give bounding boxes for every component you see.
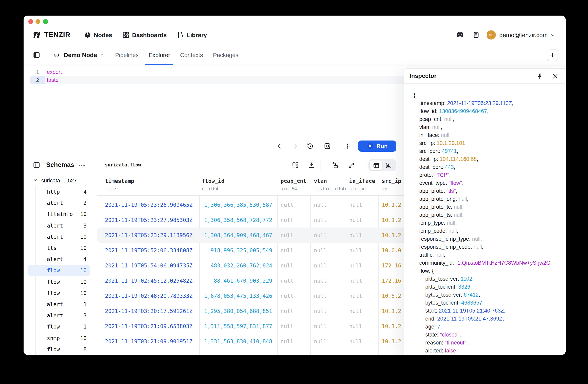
close-window-button[interactable] bbox=[28, 19, 33, 24]
column-header-pcap_cnt[interactable]: pcap_cnt bbox=[280, 178, 306, 184]
code-search-icon[interactable] bbox=[324, 143, 330, 149]
chevron-down-icon[interactable] bbox=[550, 33, 555, 37]
schema-item-flow[interactable]: flow1 bbox=[23, 321, 97, 332]
nav-label: Library bbox=[187, 32, 207, 38]
cell: null bbox=[280, 303, 294, 319]
discord-icon bbox=[457, 32, 464, 38]
json-line: src_port: 49741, bbox=[404, 147, 566, 155]
screen: TENZIR Nodes Dashboards Library DE bbox=[0, 0, 588, 384]
schema-item-alert[interactable]: alert4 bbox=[23, 254, 97, 265]
tab-label: Contexts bbox=[180, 52, 203, 58]
history-icon[interactable] bbox=[307, 143, 313, 149]
cell: null bbox=[280, 228, 294, 243]
json-line: reason: "timeout", bbox=[404, 339, 566, 347]
cell: 1,311,558,597,831,877 bbox=[189, 319, 272, 334]
chevron-down-icon bbox=[100, 53, 104, 57]
expand-icon[interactable] bbox=[348, 162, 355, 169]
tab-contexts[interactable]: Contexts bbox=[180, 45, 203, 65]
sidebar-toggle-icon[interactable] bbox=[33, 52, 40, 58]
panel-collapse-icon[interactable] bbox=[33, 162, 40, 168]
schema-item-alert[interactable]: alert3 bbox=[23, 310, 97, 321]
cell: null bbox=[280, 258, 294, 273]
schema-item-flow[interactable]: flow10 bbox=[23, 265, 97, 276]
history-forward-button[interactable] bbox=[292, 143, 299, 149]
json-line: pkts_toclient: 3326, bbox=[404, 283, 566, 291]
schema-item-flow[interactable]: flow8 bbox=[23, 344, 97, 355]
cell: 10.1.2 bbox=[382, 228, 401, 243]
schema-item-alert[interactable]: alert3 bbox=[23, 220, 97, 231]
docs-button[interactable] bbox=[473, 32, 480, 38]
nav-item-library[interactable]: Library bbox=[177, 32, 207, 38]
download-icon[interactable] bbox=[308, 162, 315, 169]
cell: null bbox=[349, 212, 362, 228]
schema-name: tls bbox=[47, 242, 57, 254]
schema-name: http bbox=[47, 186, 60, 197]
column-type: list<uint64> bbox=[314, 186, 347, 192]
app-window: TENZIR Nodes Dashboards Library DE bbox=[23, 16, 566, 355]
history-back-button[interactable] bbox=[276, 143, 283, 149]
cell: 918,996,325,005,549 bbox=[189, 243, 272, 258]
user-email[interactable]: demo@tenzir.com bbox=[499, 32, 548, 38]
chart-view-button[interactable] bbox=[382, 161, 395, 170]
column-type: uint64 bbox=[280, 186, 297, 192]
pivot-icon[interactable] bbox=[332, 162, 338, 169]
json-line: timestamp: 2021-11-19T05:23:29.113Z, bbox=[404, 99, 566, 107]
tab-pipelines[interactable]: Pipelines bbox=[115, 45, 139, 65]
minimize-window-button[interactable] bbox=[36, 19, 40, 24]
inspector-title: Inspector bbox=[410, 72, 437, 79]
add-tab-button[interactable] bbox=[547, 49, 558, 61]
zoom-window-button[interactable] bbox=[43, 19, 48, 24]
node-selector[interactable]: Demo Node bbox=[64, 45, 104, 65]
column-header-timestamp[interactable]: timestamp bbox=[105, 178, 134, 184]
schema-item-flow[interactable]: flow10 bbox=[23, 276, 97, 287]
tab-explorer[interactable]: Explorer bbox=[148, 45, 170, 65]
json-line: flow_id: 1308364909468467, bbox=[404, 107, 566, 115]
tab-label: Explorer bbox=[148, 52, 170, 58]
json-line: dest_port: 443, bbox=[404, 163, 566, 171]
cell: null bbox=[314, 334, 327, 349]
column-header-flow_id[interactable]: flow_id bbox=[202, 178, 225, 184]
schemas-panel: Schemas suricata 1,527 http4alert2filein… bbox=[23, 156, 97, 355]
column-header-src_ip[interactable]: src_ip bbox=[382, 178, 401, 184]
cell: 2021-11-19T03:21:09.653803Z bbox=[105, 319, 193, 334]
schema-item-alert[interactable]: alert10 bbox=[23, 231, 97, 242]
run-button[interactable]: Run bbox=[358, 140, 396, 151]
tenzir-logo-icon bbox=[33, 31, 41, 39]
schema-item-tls[interactable]: tls10 bbox=[23, 242, 97, 254]
cell: null bbox=[349, 288, 362, 303]
json-line: flow: { bbox=[404, 267, 566, 275]
table-view-button[interactable] bbox=[370, 161, 382, 170]
schema-count: 3 bbox=[84, 310, 87, 321]
schema-name: alert bbox=[47, 197, 63, 208]
tab-packages[interactable]: Packages bbox=[213, 45, 238, 65]
schema-item-flow[interactable]: flow10 bbox=[23, 287, 97, 299]
cell: 10.1.2 bbox=[382, 197, 401, 212]
schema-item-fileinfo[interactable]: fileinfo10 bbox=[23, 209, 97, 220]
line-number: 1 bbox=[30, 68, 39, 76]
schema-count: 8 bbox=[84, 344, 87, 355]
cube-icon bbox=[84, 32, 91, 38]
avatar[interactable]: DE bbox=[487, 31, 496, 40]
nav-item-dashboards[interactable]: Dashboards bbox=[123, 32, 167, 38]
cell: null bbox=[280, 197, 294, 212]
column-header-in_iface[interactable]: in_iface bbox=[349, 178, 375, 184]
pin-icon[interactable] bbox=[536, 73, 543, 79]
cell: null bbox=[349, 197, 362, 212]
nav-item-nodes[interactable]: Nodes bbox=[84, 32, 112, 38]
schema-item-alert[interactable]: alert1 bbox=[23, 299, 97, 310]
schema-item-alert[interactable]: alert2 bbox=[23, 197, 97, 208]
close-icon[interactable] bbox=[552, 73, 558, 79]
schema-group-suricata[interactable]: suricata 1,527 bbox=[23, 175, 97, 186]
add-to-dashboard-icon[interactable] bbox=[293, 162, 299, 169]
schema-name: alert bbox=[47, 231, 63, 242]
cell: 1,306,358,568,728,772 bbox=[189, 212, 272, 228]
discord-button[interactable] bbox=[457, 32, 464, 38]
cell: null bbox=[349, 258, 362, 273]
more-options-icon[interactable] bbox=[344, 143, 351, 149]
schema-item-snmp[interactable]: snmp10 bbox=[23, 332, 97, 343]
column-header-vlan[interactable]: vlan bbox=[314, 178, 327, 184]
tenzir-logo[interactable]: TENZIR bbox=[33, 25, 70, 45]
schemas-menu-button[interactable] bbox=[78, 162, 85, 169]
schema-item-http[interactable]: http4 bbox=[23, 186, 97, 197]
schema-group-label: suricata 1,527 bbox=[41, 175, 77, 186]
